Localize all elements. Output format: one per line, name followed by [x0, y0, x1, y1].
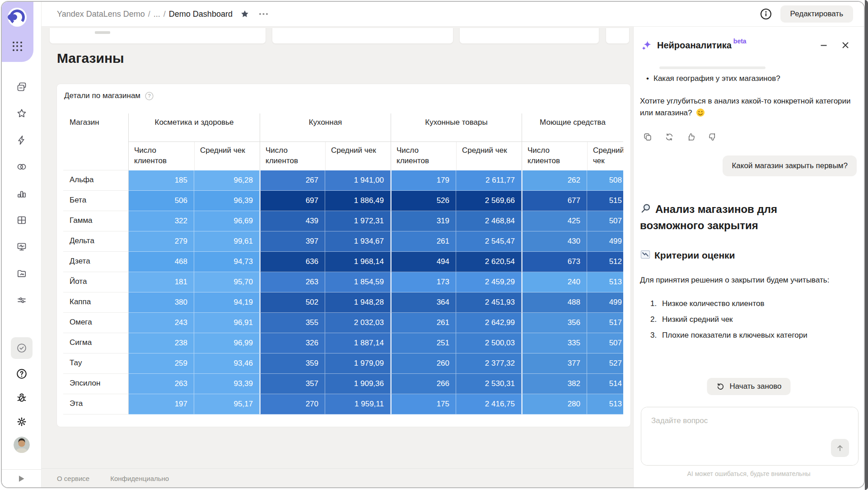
metric-cell: 2 459,29	[456, 272, 522, 292]
breadcrumb-current: Demo Dashboard	[169, 9, 233, 19]
analysis-section-title: Анализ магазинов для возможного закрытия	[640, 201, 839, 234]
criteria-list: Низкое количество клиентовНизкий средний…	[640, 296, 852, 343]
sidebar-nav	[2, 78, 42, 309]
send-button[interactable]	[831, 439, 849, 457]
metric-cell: 2 377,32	[456, 353, 522, 374]
store-name: Тау	[63, 353, 129, 374]
metric-cell: 94,73	[194, 252, 260, 272]
suggestion-text: Какая география у этих магазинов?	[653, 74, 780, 83]
sidebar-item-services[interactable]	[13, 291, 31, 309]
send-arrow-icon	[835, 443, 845, 453]
widget-help-button[interactable]: ?	[145, 92, 154, 100]
store-name: Гамма	[63, 211, 129, 231]
sidebar-item-bug-report[interactable]	[13, 389, 31, 407]
favorite-button[interactable]	[240, 9, 250, 19]
metric-cell: 94,19	[194, 292, 260, 313]
breadcrumb: Yandex DataLens Demo/.../Demo Dashboard	[57, 9, 233, 19]
metric-cell: 238	[129, 333, 194, 353]
metric-cell: 93,46	[194, 353, 260, 374]
metric-cell: 1 972,31	[325, 211, 391, 231]
breadcrumb-ellipsis[interactable]: ...	[154, 9, 160, 19]
regenerate-button[interactable]	[664, 132, 674, 142]
sidebar-item-charts[interactable]	[13, 184, 31, 203]
metric-cell: 1 854,59	[325, 272, 391, 292]
thumbs-down-icon	[708, 132, 718, 142]
question-input[interactable]	[641, 407, 858, 465]
connections-bolt-icon	[16, 135, 27, 146]
metric-cell: 430	[522, 231, 587, 252]
sidebar-item-dashboards[interactable]	[13, 211, 31, 229]
scrolled-content-fragment	[659, 66, 765, 69]
footer-link-about[interactable]: О сервисе	[57, 475, 89, 482]
metric-cell: 502	[260, 292, 325, 313]
ai-disclaimer: AI может ошибаться, будьте внимательны	[634, 470, 864, 477]
more-menu-button[interactable]	[259, 13, 268, 15]
copy-button[interactable]	[643, 132, 653, 142]
column-subheader: Средний чек	[325, 142, 391, 170]
clipped-widget-fragment	[95, 31, 110, 34]
metric-cell: 267	[260, 170, 325, 191]
sidebar-item-settings[interactable]	[13, 413, 31, 431]
sidebar-item-favorites[interactable]	[13, 104, 31, 122]
checks-circle-icon	[16, 342, 28, 354]
metric-cell: 99,61	[194, 231, 260, 252]
metric-cell: 508	[587, 170, 623, 191]
sidebar-item-help[interactable]	[13, 365, 31, 383]
edit-button[interactable]: Редактировать	[780, 5, 853, 23]
thumbs-up-button[interactable]	[686, 132, 696, 142]
metric-cell: 488	[522, 292, 587, 313]
breadcrumb-root[interactable]: Yandex DataLens Demo	[57, 9, 145, 19]
analysis-section-title-text: Анализ магазинов для возможного закрытия	[640, 203, 777, 231]
sidebar-item-editor[interactable]	[13, 238, 31, 256]
sidebar-item-datasets[interactable]	[13, 158, 31, 176]
sidebar-item-connections[interactable]	[13, 131, 31, 149]
metric-cell: 96,91	[194, 313, 260, 333]
sidebar-item-checks[interactable]	[11, 337, 33, 359]
criteria-section-title-text: Критерии оценки	[654, 250, 735, 260]
account-avatar[interactable]	[14, 437, 30, 453]
thumbs-down-button[interactable]	[708, 132, 718, 142]
collections-icon	[16, 81, 27, 92]
metric-cell: 364	[391, 292, 456, 313]
app-window: Yandex DataLens Demo/.../Demo Dashboard …	[0, 0, 868, 490]
metric-cell: 1 941,00	[325, 170, 391, 191]
svg-text:?: ?	[148, 93, 150, 99]
sidebar-item-collections[interactable]	[13, 78, 31, 96]
minimize-button[interactable]	[817, 38, 831, 52]
sidebar-item-gallery[interactable]	[13, 264, 31, 283]
sidebar-expand-button[interactable]	[15, 472, 28, 485]
metric-cell: 197	[129, 394, 194, 415]
column-subheader: Число клиентов	[260, 142, 325, 170]
metric-cell: 397	[260, 231, 325, 252]
info-icon	[760, 8, 772, 20]
thumbs-up-icon	[686, 132, 696, 142]
apps-grid-icon[interactable]	[13, 42, 23, 52]
info-button[interactable]	[760, 8, 772, 20]
store-name: Каппа	[63, 292, 129, 313]
column-group-header: Косметика и здоровье	[129, 113, 260, 142]
close-button[interactable]	[839, 38, 852, 52]
assistant-question-text: Хотите углубиться в анализ какой-то конк…	[640, 97, 851, 117]
metric-cell: 260	[391, 353, 456, 374]
metric-cell: 673	[522, 252, 587, 272]
metric-cell: 93,39	[194, 374, 260, 394]
restart-button[interactable]: Начать заново	[707, 378, 790, 395]
datalens-logo[interactable]	[7, 7, 27, 27]
metric-cell: 2 620,54	[456, 252, 522, 272]
metric-cell: 380	[129, 292, 194, 313]
column-group-header: Кухонная	[260, 113, 391, 142]
store-name: Эта	[63, 394, 129, 415]
logo-block	[2, 2, 33, 62]
metric-cell: 382	[522, 374, 587, 394]
restart-button-label: Начать заново	[729, 382, 781, 391]
metric-cell: 507	[587, 333, 623, 353]
sidebar-bottom-nav	[2, 337, 42, 453]
metric-cell: 1 968,14	[325, 252, 391, 272]
footer-link-confidential[interactable]: Конфиденциально	[110, 475, 169, 482]
column-group-header: Кухонные товары	[391, 113, 522, 142]
metric-cell: 499	[587, 231, 623, 252]
metric-cell: 697	[260, 191, 325, 211]
metric-cell: 319	[391, 211, 456, 231]
metric-cell: 243	[129, 313, 194, 333]
close-icon	[840, 40, 850, 50]
